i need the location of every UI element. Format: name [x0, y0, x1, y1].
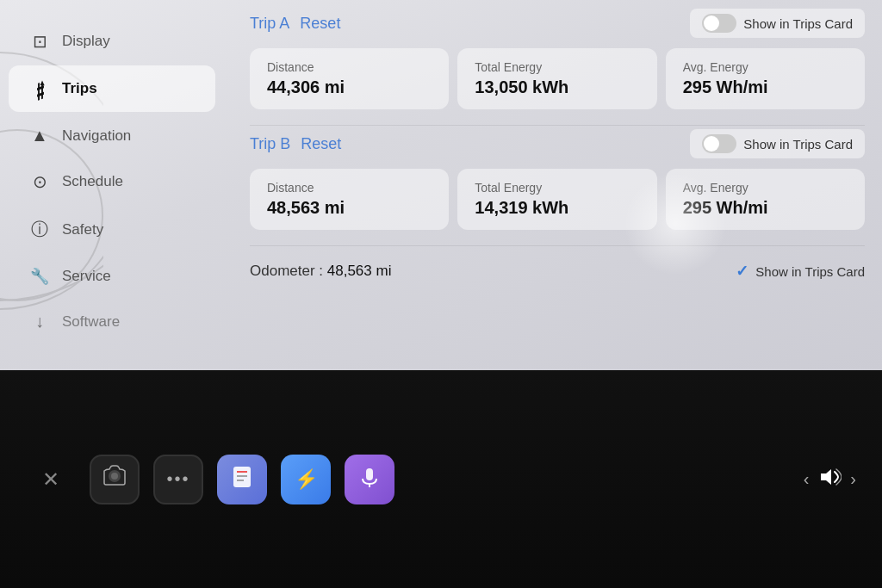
- trip-a-stats: Distance 44,306 mi Total Energy 13,050 k…: [250, 48, 865, 109]
- timer-button[interactable]: [217, 455, 267, 504]
- mic-icon: [357, 465, 382, 494]
- more-button[interactable]: •••: [153, 455, 203, 504]
- trip-a-section: Trip A Reset Show in Trips Card Distance…: [250, 9, 865, 109]
- trip-b-title[interactable]: Trip B: [250, 135, 290, 153]
- sidebar-item-label: Service: [62, 268, 111, 285]
- sidebar-item-label: Trips: [62, 80, 97, 97]
- sidebar-item-service[interactable]: 🔧 Service: [9, 255, 215, 298]
- trip-b-reset[interactable]: Reset: [301, 135, 341, 153]
- trip-a-energy-label: Total Energy: [475, 60, 639, 74]
- trip-a-energy-value: 13,050 kWh: [475, 77, 639, 97]
- trip-b-distance-card: Distance 48,563 mi: [250, 169, 449, 230]
- trip-b-distance-label: Distance: [267, 181, 432, 195]
- trip-b-section: Trip B Reset Show in Trips Card Distance…: [250, 129, 865, 230]
- trip-a-avg-label: Avg. Energy: [683, 60, 848, 74]
- sidebar-item-trips[interactable]: 𝄰 Trips: [9, 65, 215, 112]
- odometer-label: Odometer :: [250, 263, 323, 279]
- sidebar-item-software[interactable]: ↓ Software: [9, 300, 215, 344]
- timer-icon: [230, 465, 254, 494]
- trip-b-header-left: Trip B Reset: [250, 135, 341, 153]
- trip-b-header: Trip B Reset Show in Trips Card: [250, 129, 865, 158]
- trip-a-header: Trip A Reset Show in Trips Card: [250, 9, 865, 38]
- trip-a-header-left: Trip A Reset: [250, 15, 340, 33]
- sidebar-item-label: Display: [62, 33, 110, 50]
- volume-left-arrow[interactable]: ‹: [804, 469, 810, 489]
- divider-2: [250, 245, 865, 246]
- sidebar-item-display[interactable]: ⊡ Display: [9, 19, 215, 64]
- trip-a-energy-card: Total Energy 13,050 kWh: [457, 48, 656, 109]
- trip-b-toggle-switch[interactable]: [702, 134, 736, 153]
- close-icon: ✕: [42, 467, 59, 492]
- checkmark-icon: ✓: [736, 262, 748, 281]
- trip-a-show-label: Show in Trips Card: [743, 16, 853, 31]
- sidebar-item-safety[interactable]: ⓘ Safety: [9, 206, 215, 253]
- camera-icon: [101, 462, 128, 496]
- volume-control: ‹ ›: [804, 465, 856, 494]
- trip-a-distance-value: 44,306 mi: [267, 77, 432, 97]
- svg-point-1: [111, 473, 118, 480]
- trip-a-distance-card: Distance 44,306 mi: [250, 48, 449, 109]
- trip-a-show-toggle[interactable]: Show in Trips Card: [690, 9, 865, 38]
- taskbar: ✕ ••• ⚡: [0, 370, 882, 588]
- sidebar-item-navigation[interactable]: ▲ Navigation: [9, 114, 215, 158]
- trip-b-show-label: Show in Trips Card: [743, 137, 853, 152]
- navigation-icon: ▲: [29, 126, 50, 145]
- display-icon: ⊡: [29, 31, 50, 52]
- odometer-show-label: Show in Trips Card: [755, 264, 865, 279]
- trip-b-avg-value: 295 Wh/mi: [683, 198, 848, 218]
- mic-button[interactable]: [345, 455, 394, 504]
- trip-b-distance-value: 48,563 mi: [267, 198, 432, 218]
- sidebar-item-label: Software: [62, 313, 120, 331]
- sidebar: ⊡ Display 𝄰 Trips ▲ Navigation ⊙ Schedul…: [0, 0, 224, 370]
- trip-b-avg-card: Avg. Energy 295 Wh/mi: [666, 169, 865, 230]
- trip-a-distance-label: Distance: [267, 60, 432, 74]
- trip-b-energy-value: 14,319 kWh: [475, 198, 639, 218]
- volume-right-arrow[interactable]: ›: [850, 469, 856, 489]
- schedule-icon: ⊙: [29, 171, 50, 192]
- service-icon: 🔧: [29, 267, 50, 286]
- odometer-value: 48,563 mi: [327, 263, 392, 279]
- trip-a-toggle-switch[interactable]: [702, 14, 736, 33]
- trip-b-energy-card: Total Energy 14,319 kWh: [457, 169, 656, 230]
- svg-rect-6: [366, 468, 373, 480]
- main-content: Trip A Reset Show in Trips Card Distance…: [224, 0, 882, 370]
- more-icon: •••: [166, 469, 189, 489]
- trip-b-avg-label: Avg. Energy: [683, 181, 848, 195]
- volume-icon[interactable]: [817, 465, 842, 494]
- sidebar-item-label: Schedule: [62, 173, 123, 190]
- close-button[interactable]: ✕: [26, 455, 76, 504]
- trip-b-energy-label: Total Energy: [475, 181, 639, 195]
- trip-a-title[interactable]: Trip A: [250, 15, 289, 33]
- trip-b-toggle-knob: [704, 136, 719, 152]
- odometer-text: Odometer : 48,563 mi: [250, 263, 391, 280]
- trip-a-avg-value: 295 Wh/mi: [683, 77, 848, 97]
- sidebar-item-schedule[interactable]: ⊙ Schedule: [9, 159, 215, 204]
- odometer-row: Odometer : 48,563 mi ✓ Show in Trips Car…: [250, 250, 865, 288]
- sidebar-item-label: Safety: [62, 221, 103, 238]
- bluetooth-button[interactable]: ⚡: [281, 455, 331, 504]
- svg-rect-2: [233, 467, 251, 487]
- divider-1: [250, 125, 865, 126]
- trip-b-stats: Distance 48,563 mi Total Energy 14,319 k…: [250, 169, 865, 230]
- trip-b-show-toggle[interactable]: Show in Trips Card: [690, 129, 865, 158]
- trip-a-toggle-knob: [704, 15, 719, 31]
- odometer-show-toggle[interactable]: ✓ Show in Trips Card: [736, 262, 865, 281]
- camera-button[interactable]: [90, 455, 140, 504]
- bluetooth-icon: ⚡: [295, 468, 318, 491]
- safety-icon: ⓘ: [29, 218, 50, 241]
- trip-a-avg-card: Avg. Energy 295 Wh/mi: [666, 48, 865, 109]
- trip-a-reset[interactable]: Reset: [300, 15, 340, 33]
- software-icon: ↓: [29, 312, 50, 331]
- trips-icon: 𝄰: [29, 77, 50, 100]
- sidebar-item-label: Navigation: [62, 127, 131, 145]
